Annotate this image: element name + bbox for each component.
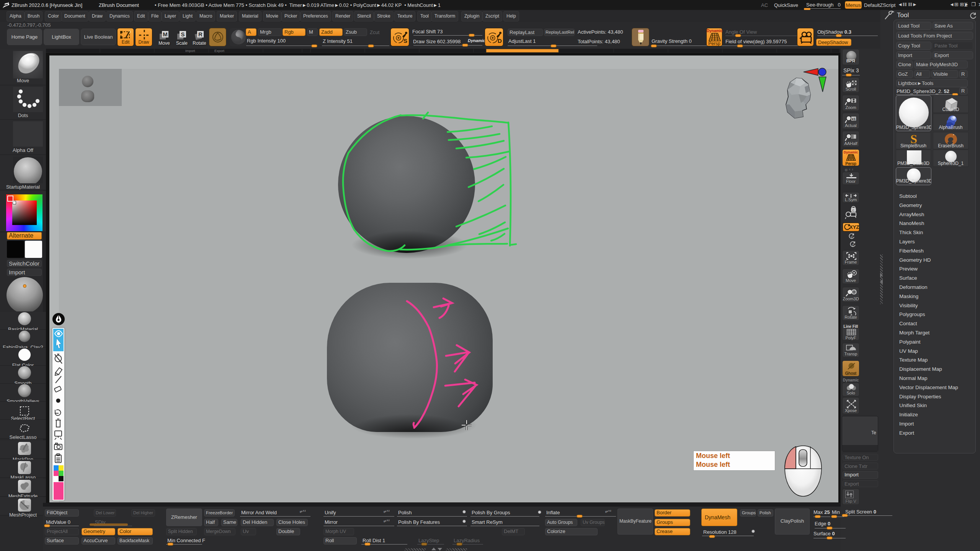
svg-text:Y: Y bbox=[851, 235, 853, 239]
svg-text:C: C bbox=[852, 209, 854, 212]
svg-text:Z: Z bbox=[852, 243, 854, 247]
svg-text:x1: x1 bbox=[852, 117, 856, 121]
